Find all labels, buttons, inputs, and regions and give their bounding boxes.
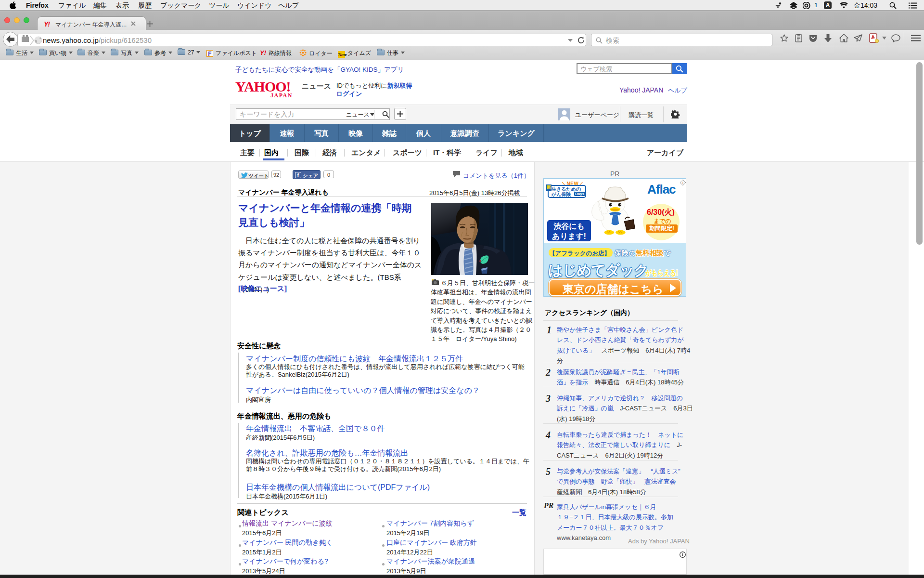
svg-text:i: i [682,181,683,185]
